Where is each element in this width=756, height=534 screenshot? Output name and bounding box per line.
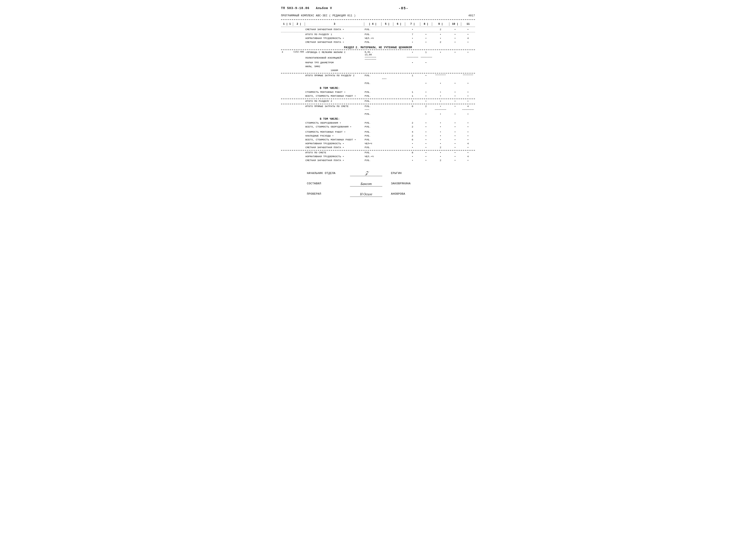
row-stoim-mont-1: СТОИМОСТЬ МОНТАЖНЫХ РАБОТ • РУБ. 1 • • •… [281, 90, 475, 94]
album-label: Альбом V [316, 7, 332, 10]
row-itogo-razdel-1: ИТОГО ПО РАЗДЕЛУ 1 РУБ. 7 • • • • [281, 33, 475, 37]
row-oborud-1: СТОИМОСТЬ ОБОРУДОВАНИЯ • РУБ. 2 • • • • [281, 121, 475, 125]
subtitle-v-tom-chisle-2: В ТОМ ЧИСЛЕ: [281, 116, 475, 121]
sig-label-sostavil: СОСТАВИЛ [307, 182, 346, 185]
row-vsego-mont-1: ВСЕГО, СТОИМОСТЬ МОНТАЖНЫХ РАБОТ • РУБ. … [281, 94, 475, 98]
heavy-div-2 [281, 99, 475, 99]
col-header-5: 5 | [381, 22, 393, 26]
column-headers: 1 | 1 2 | 3 | 4 | 5 | 6 | 7 | 8 | 9 | 10… [281, 21, 475, 27]
cell-r1-5 [381, 33, 393, 33]
sig-image-nachalnik: 𝒵 [364, 170, 368, 175]
row-smet-zarplata-3: СМЕТНАЯ ЗАРАБОТНАЯ ПЛАТА • РУБ. • • 2 • … [281, 146, 475, 150]
col-header-7: 7 | [405, 22, 420, 26]
cell-r1-3: ИТОГО ПО РАЗДЕЛУ 1 [305, 33, 364, 36]
col-header-2: 2 | [293, 22, 305, 26]
program-line: ПРОГРАММНЫЙ КОМПЛЕКС АВС-ЗЕС ( РЕДАКЦИЯ … [281, 14, 475, 17]
cell-r1-8: • [420, 33, 432, 36]
sig-label-nachalnik: НАЧАЛЬНИК ОТДЕЛА [307, 172, 346, 175]
col-header-6: 6 | [393, 22, 405, 26]
cell-1-1 [281, 28, 293, 28]
cell-r1-4: РУБ. [364, 33, 381, 36]
sig-name-proveril: АНОВРОВА [387, 192, 405, 195]
col-header-3: 3 [305, 22, 364, 26]
row-smet-zarplata-2: СМЕТНАЯ ЗАРАБОТНАЯ ПЛАТА • РУБ. • • 2 • … [281, 40, 475, 44]
heavy-div-4 [281, 150, 475, 150]
row-normativ-trudo-2: НОРМАТИВНАЯ ТРУДОЕМКОСТЬ • ЧЕЛ•Ч • • • •… [281, 142, 475, 146]
cell-1-8 [420, 28, 432, 28]
cell-r1-10: • [449, 33, 461, 36]
row-itp-smeta-3: РУБ. • • • • [281, 113, 475, 116]
row-itp-razdel2-1: ИТОГО ПРЯМЫЕ ЗАТРАТЫ ПО РАЗДЕЛУ 2 РУБ. 1… [281, 74, 475, 78]
sig-image-sostavil: Бансот [361, 182, 372, 186]
row-itp-razdel2-3: РУБ. • • • • [281, 82, 475, 86]
sig-line-sostavil: Бансот [350, 180, 382, 187]
page-container: ТП 503-9-18.86 Альбом V -85- ПРОГРАММНЫЙ… [281, 7, 475, 197]
cell-1-5 [381, 28, 393, 28]
item-4-row2: ПОЛИЭТИЛЕНОВОЙ ИЗОЛЯЦИЕЙ •••••••••• ••••… [281, 56, 475, 61]
cell-1-2 [293, 28, 305, 28]
heavy-div-3 [281, 104, 475, 104]
cell-r1-1 [281, 33, 293, 33]
sig-image-proveril: Н Осиле [360, 192, 372, 196]
row-itp-smeta-1: ИТОГО ПРЯМЫЕ ЗАТРАТЫ ПО СМЕТЕ РУБ. 6 2 •… [281, 105, 475, 109]
cell-1-6 [393, 28, 405, 28]
right-code: 4017 [468, 14, 475, 17]
sig-line-nachalnik: 𝒵 [350, 170, 382, 176]
top-border [281, 19, 475, 20]
item-4-unit: 1000М [281, 69, 475, 73]
cell-r1-6 [393, 33, 405, 33]
col-header-8: 8 | [420, 22, 432, 26]
item-4-row4: ЖИЛЫ, 5ММ2 [281, 65, 475, 69]
sig-row-proveril: ПРОВЕРИЛ Н Осиле АНОВРОВА [307, 191, 475, 197]
row-stoim-mont-2: СТОИМОСТЬ МОНТАЖНЫХ РАБОТ • РУБ. 4 • • •… [281, 130, 475, 134]
row-vsego-mont-2: ВСЕГО, СТОИМОСТЬ МОНТАЖНЫХ РАБОТ • РУБ. … [281, 138, 475, 142]
row-naklad: НАКЛАДНЫЕ РАСХОДЫ • РУБ. 2 • • • • [281, 134, 475, 138]
sig-name-nachalnik: ЕРЫГИН [387, 172, 402, 175]
sig-line-proveril: Н Осиле [350, 191, 382, 197]
sig-label-proveril: ПРОВЕРИЛ [307, 192, 346, 195]
row-normativ-trudo: НОРМАТИВНАЯ ТРУДОЕМКОСТЬ • ЧЕЛ.•Ч • • • … [281, 37, 475, 40]
col-header-10: 10 | [449, 22, 461, 26]
sig-name-sostavil: ЗАКОВРЯКИНА [387, 182, 411, 185]
cell-1-11: • [461, 28, 475, 31]
cell-r1-11: • [461, 33, 475, 36]
col-header-11: 11 [461, 22, 475, 26]
header-left: ТП 503-9-18.86 Альбом V [281, 7, 332, 10]
sig-row-sostavil: СОСТАВИЛ Бансот ЗАКОВРЯКИНА [307, 180, 475, 187]
cell-r1-2 [293, 33, 305, 33]
header: ТП 503-9-18.86 Альбом V -85- [281, 7, 475, 10]
col-header-9: 9 | [432, 22, 449, 26]
row-itp-smeta-2: •••• •••••••••• •••••••••• [281, 109, 475, 113]
cell-1-10: • [449, 28, 461, 31]
content-area: СМЕТНАЯ ЗАРАБОТНАЯ ПЛАТА • РУБ. • 2 • • … [281, 28, 475, 163]
cell-r1-9: • [432, 33, 449, 36]
signature-section: НАЧАЛЬНИК ОТДЕЛА 𝒵 ЕРЫГИН СОСТАВИЛ Бансо… [281, 170, 475, 197]
cell-1-7: • [405, 28, 420, 31]
item-4-row1: 4 С152-489 •ПРОВОДА С МЕЛКИМИ ЖИЛАМИ С 0… [281, 51, 475, 56]
program-name: ПРОГРАММНЫЙ КОМПЛЕКС АВС-ЗЕС ( РЕДАКЦИЯ … [281, 14, 356, 17]
page-number: -85- [398, 7, 408, 10]
row-normativ-trudo-3: НОРМАТИВНАЯ ТРУДОЕМКОСТЬ • ЧЕЛ.•Ч • • • … [281, 155, 475, 159]
cell-1-4: РУБ. [364, 28, 381, 31]
row-itogo-smeta: ИТОГО ПО СМЕТЕ РУБ. 8 • • • • [281, 151, 475, 155]
row-itogo-razdel-2: ИТОГО ПО РАЗДЕЛУ 2 РУБ. 1 • • • • [281, 99, 475, 103]
cell-r1-7: 7 [405, 33, 420, 36]
cell-1-9: 2 [432, 28, 449, 31]
sig-row-nachalnik: НАЧАЛЬНИК ОТДЕЛА 𝒵 ЕРЫГИН [307, 170, 475, 176]
row-vsego-oborud: ВСЕГО, СТОИМОСТЬ ОБОРУДОВАНИЯ • РУБ. 2 •… [281, 125, 475, 129]
col-header-4: | 4 | [364, 22, 381, 26]
row-smet-zarplata-4: СМЕТНАЯ ЗАРАБОТНАЯ ПЛАТА • РУБ. • • 2 • … [281, 159, 475, 163]
section-2-title: РАЗДЕЛ 2. МАТЕРИАЛЫ, НЕ УЧТЕННЫЕ ЦЕННИКО… [281, 44, 475, 50]
row-itp-razdel2-2: •••• [281, 78, 475, 82]
doc-code: ТП 503-9-18.86 [281, 7, 310, 10]
col-header-1: 1 | 1 [281, 22, 293, 26]
cell-1-3: СМЕТНАЯ ЗАРАБОТНАЯ ПЛАТА • [305, 28, 364, 31]
item-4-row3: МАРКИ ТРП ДИАМЕТРОМ • • [281, 61, 475, 65]
subtitle-v-tom-chisle-1: В ТОМ ЧИСЛЕ: [281, 86, 475, 90]
row-smet-zarplata: СМЕТНАЯ ЗАРАБОТНАЯ ПЛАТА • РУБ. • 2 • • [281, 28, 475, 32]
heavy-div-1 [281, 73, 475, 73]
